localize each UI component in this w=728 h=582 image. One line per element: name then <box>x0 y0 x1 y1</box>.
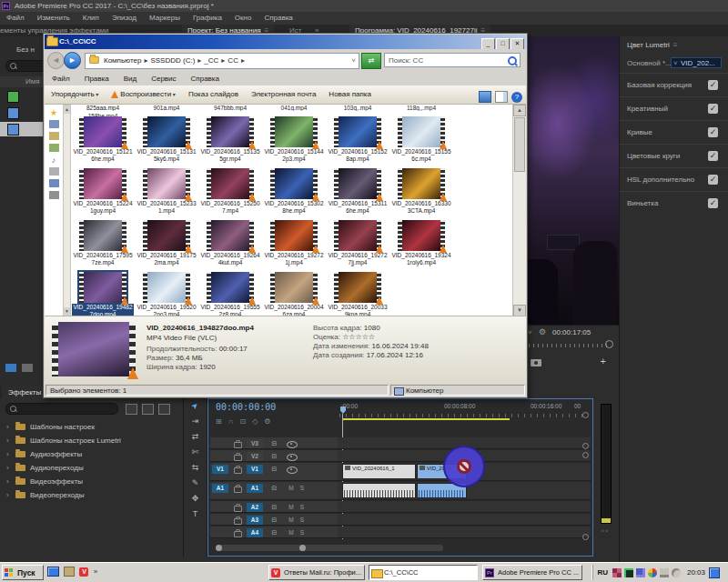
add-marker-icon[interactable]: ◇ <box>252 417 258 426</box>
preview-pane-icon[interactable] <box>495 91 508 103</box>
track-output-icon[interactable]: ⊟ <box>268 465 280 474</box>
track-output-icon[interactable]: ⊟ <box>268 439 280 448</box>
favorites-star-icon[interactable]: ★ <box>49 108 59 116</box>
mute-button[interactable]: M <box>287 484 296 493</box>
lumetri-section[interactable]: Виньетка✓ <box>620 191 728 216</box>
scrollbar-thumb[interactable] <box>514 117 525 172</box>
explorer-menu-Файл[interactable]: Файл <box>45 72 77 85</box>
chevron-right-icon[interactable]: › <box>6 420 9 434</box>
track-name-button[interactable]: V3 <box>247 439 263 448</box>
file-name-partial[interactable]: 118g,,.mp4 <box>389 105 453 111</box>
lumetri-section[interactable]: Цветовые круги✓ <box>620 144 728 168</box>
breadcrumb-segment-Компьютер[interactable]: Компьютер <box>103 54 142 67</box>
file-item[interactable]: VID_20240616_192644kut.mp4 <box>198 219 262 271</box>
linked-selection-icon[interactable]: ⊡ <box>239 417 246 426</box>
accelerated-effects-icon[interactable] <box>126 404 137 415</box>
lock-icon[interactable] <box>234 487 242 493</box>
chevron-down-icon[interactable]: ˅ <box>528 328 532 336</box>
scroll-up-icon[interactable]: ▲ <box>513 105 526 116</box>
slip-tool-icon[interactable]: ⇆ <box>184 460 207 476</box>
toolbar-button-Электронная почта[interactable]: Электронная почта <box>245 85 322 104</box>
file-name-partial[interactable]: 947bbb.mp4 <box>198 105 262 111</box>
track-name-button[interactable]: A3 <box>247 516 263 525</box>
track-name-button[interactable]: A2 <box>247 503 263 512</box>
timeline-horizontal-scrollbar[interactable] <box>216 545 443 551</box>
effects-folder-row[interactable]: ›Аудиопереходы <box>0 461 182 475</box>
zoom-handle-icon[interactable] <box>216 545 222 551</box>
file-item[interactable]: VID_20240616_193241roly6.mp4 <box>389 219 453 271</box>
refresh-button[interactable]: ⇄ <box>361 53 381 69</box>
effects-folder-row[interactable]: ›Видеоэффекты <box>0 475 182 488</box>
toolbar-button-Упорядочить[interactable]: Упорядочить ▾ <box>45 85 105 104</box>
tray-icon[interactable] <box>624 568 633 577</box>
track-output-icon[interactable]: ⊟ <box>268 516 280 525</box>
mute-button[interactable]: M <box>287 503 296 512</box>
effects-folder-row[interactable]: ›Шаблоны настроек <box>0 420 182 434</box>
file-name-partial[interactable]: 825aaa.mp4 <box>71 105 135 111</box>
clock[interactable]: 20:03 <box>687 568 705 577</box>
track-name-button[interactable]: V1 <box>247 465 263 474</box>
checkbox-checked-icon[interactable]: ✓ <box>708 175 718 185</box>
file-name-partial[interactable]: 041g.mp4 <box>262 105 326 111</box>
file-item[interactable]: VID_20240616_153116he.mp4 <box>326 167 389 219</box>
track-output-icon[interactable]: ⊟ <box>268 484 280 493</box>
checkbox-checked-icon[interactable]: ✓ <box>708 127 718 137</box>
eye-icon[interactable] <box>287 441 298 448</box>
menu-item-Файл[interactable]: Файл <box>0 12 31 25</box>
timeline-settings-icon[interactable]: ⚙ <box>264 417 270 426</box>
tab-effects[interactable]: Эффекты <box>2 386 47 398</box>
file-item[interactable]: VID_20240616_152507.mp4 <box>198 167 262 219</box>
file-item[interactable]: VID_20240616_194827doo.mp4 <box>71 271 135 316</box>
breadcrumb-segment-SSSDDD (C:)[interactable]: SSSDDD (C:) <box>149 54 196 67</box>
zoom-handle-icon[interactable] <box>605 340 613 348</box>
lock-icon[interactable] <box>234 531 242 537</box>
file-item[interactable]: VID_20240616_195202po3.mp4 <box>135 271 198 316</box>
file-item[interactable]: VID_20240616_175957ze.mp4 <box>71 219 135 271</box>
menu-item-Маркеры[interactable]: Маркеры <box>143 12 187 25</box>
chevron-right-icon[interactable]: › <box>6 475 9 488</box>
breadcrumb-segment-_CC[interactable]: _CC <box>203 54 219 67</box>
documents-icon[interactable] <box>49 132 59 140</box>
back-button[interactable]: ◄ <box>47 52 65 69</box>
timeline-timecode[interactable]: 00:00:00:00 <box>216 402 276 412</box>
file-item[interactable]: VID_20240616_191752ma.mp4 <box>135 219 198 271</box>
volume-tray-icon[interactable] <box>672 568 681 577</box>
lumetri-section[interactable]: Кривые✓ <box>620 120 728 145</box>
new-custom-bin-icon[interactable] <box>158 404 170 415</box>
language-indicator[interactable]: RU <box>597 568 608 577</box>
track-name-button[interactable]: A1 <box>247 484 263 493</box>
effects-folder-row[interactable]: ›Шаблоны настроек Lumetri <box>0 434 182 447</box>
file-item[interactable]: VID_20240616_153028he.mp4 <box>262 167 326 219</box>
videos-icon[interactable] <box>49 167 59 176</box>
file-item[interactable]: VID_20240616_151528ap.mp4 <box>326 115 389 167</box>
solo-button[interactable]: S <box>298 516 307 525</box>
lock-icon[interactable] <box>234 518 242 525</box>
source-patch-A1[interactable]: A1 <box>212 484 228 493</box>
snap-icon[interactable]: ∩ <box>228 417 234 426</box>
quick-launch-overflow-icon[interactable]: » <box>94 567 97 576</box>
file-item[interactable]: VID_20240616_152241guy.mp4 <box>71 167 135 219</box>
taskbar-button-1[interactable]: VОтветы Mail.ru: Профи... <box>268 565 365 580</box>
zoom-handle-icon[interactable] <box>299 545 306 551</box>
sidebar-scrollbar[interactable]: ▲ ▼ <box>63 105 71 316</box>
chevron-right-icon[interactable]: › <box>6 461 9 475</box>
breadcrumb[interactable]: Компьютер▸SSSDDD (C:)▸_CC▸CC▸˅ <box>85 53 359 69</box>
help-icon[interactable]: ? <box>511 92 522 103</box>
file-item[interactable]: VID_20240616_200339kpa.mp4 <box>326 271 389 316</box>
file-item[interactable]: VID_20240616_151442p3.mp4 <box>262 115 326 167</box>
chevron-down-icon[interactable]: ˅ <box>351 54 356 67</box>
libraries-icon[interactable] <box>49 120 59 128</box>
eye-icon[interactable] <box>287 454 298 461</box>
effects-folder-row[interactable]: ›Аудиоэффекты <box>0 447 182 461</box>
lock-icon[interactable] <box>234 506 242 512</box>
explorer-menu-Справка[interactable]: Справка <box>184 72 227 85</box>
explorer-menu-Сервис[interactable]: Сервис <box>144 72 183 85</box>
pictures-icon[interactable] <box>49 144 59 152</box>
file-item[interactable]: VID_20240616_200046za.mp4 <box>262 271 326 316</box>
export-frame-icon[interactable] <box>531 359 541 366</box>
file-item[interactable]: VID_20240616_192721j.mp4 <box>262 219 326 271</box>
lumetri-clip-dropdown[interactable]: VID_202... <box>671 57 722 68</box>
eye-icon[interactable] <box>287 467 298 474</box>
file-name-partial[interactable]: 901a.mp4 <box>135 105 198 111</box>
scroll-up-icon[interactable]: ▲ <box>64 105 70 114</box>
